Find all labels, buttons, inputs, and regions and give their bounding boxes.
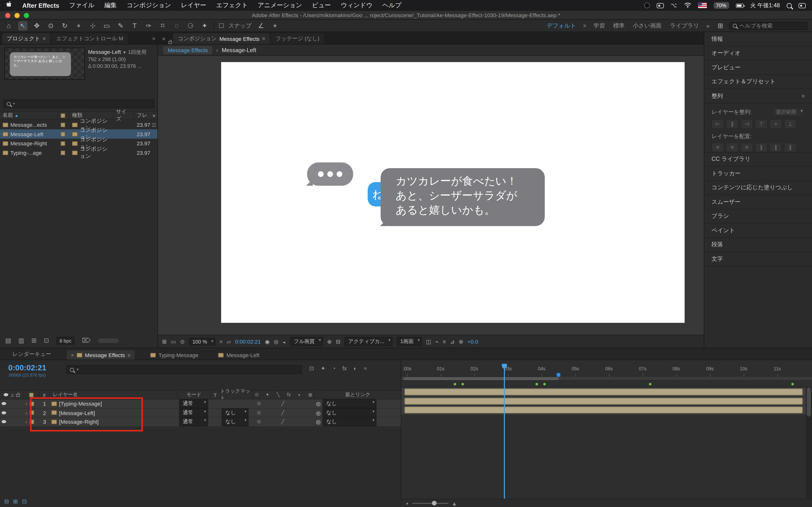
camera-view-dropdown[interactable]: アクティブカ... (345, 337, 393, 346)
layer-row-typing-message[interactable]: › 1 [Typing-Message] 通常 ⊙╱ ◎なし (0, 399, 401, 408)
brush-tool-icon[interactable]: ✑ (144, 21, 153, 31)
layer-duration-bar[interactable] (405, 398, 803, 404)
layer-duration-bar[interactable] (405, 406, 803, 413)
distribute-top-button[interactable]: ≡ (711, 143, 724, 152)
exposure-value[interactable]: +0.0 (467, 338, 478, 344)
column-framerate[interactable]: フレ (134, 112, 152, 119)
project-bit-depth-button[interactable]: 8 bpc (56, 337, 75, 344)
tab-footage[interactable]: フッテージ (なし) (271, 33, 324, 44)
menu-effect[interactable]: エフェクト (216, 1, 248, 10)
workspace-libraries[interactable]: ライブラリ (670, 22, 699, 30)
label-chip[interactable] (61, 151, 65, 155)
input-language-flag-icon[interactable] (698, 3, 707, 8)
panel-tracker[interactable]: トラッカー (704, 167, 812, 181)
panel-overflow-icon[interactable]: » (152, 35, 155, 42)
keyframe-marker[interactable] (536, 383, 538, 386)
twirl-icon[interactable]: › (26, 400, 27, 407)
panel-menu-icon[interactable]: ≡ (43, 36, 46, 42)
layer-row-message-right[interactable]: › 3 [Message-Right] 通常 なし ⊙╱ ◎なし (0, 417, 401, 427)
wifi-icon[interactable] (684, 2, 691, 9)
collapse-toggle[interactable]: ⊙ (255, 419, 263, 424)
composition-mini-flowchart-icon[interactable]: ⊡ (309, 365, 314, 372)
menu-help[interactable]: ヘルプ (382, 1, 401, 10)
twirl-icon[interactable]: › (26, 418, 27, 425)
shy-switch-icon[interactable]: ⊙ (253, 392, 260, 397)
layer-duration-bar[interactable] (405, 388, 803, 395)
pickwhip-icon[interactable]: ◎ (316, 418, 321, 425)
keyframe-marker[interactable] (461, 383, 464, 386)
distribute-right-button[interactable]: ∥ (784, 143, 796, 152)
panel-info[interactable]: 情報 (704, 32, 812, 46)
tab-timeline-message-effects[interactable]: × Message Effects ≡ (67, 350, 135, 360)
timeline-current-time[interactable]: 0:00:02:21 (8, 363, 46, 372)
expand-layer-switches-icon[interactable]: ⊟ (4, 498, 9, 505)
pen-tool-icon[interactable]: ✎ (116, 21, 125, 31)
collapse-toggle[interactable]: ⊙ (255, 401, 263, 406)
column-size[interactable]: サイズ (113, 112, 134, 119)
label-chip[interactable] (61, 122, 65, 127)
tab-composition[interactable]: コンポジション Message Effects ≡ (173, 33, 270, 44)
shape-tool-icon[interactable]: ▭ (102, 21, 111, 31)
align-v-center-button[interactable]: = (769, 119, 782, 129)
timeline-button-icon[interactable]: ≡ (443, 338, 446, 344)
motion-blur-icon[interactable]: ◐ (354, 365, 357, 372)
zoom-out-mountain-icon[interactable]: ▲ (406, 501, 409, 505)
apple-menu-icon[interactable] (6, 1, 12, 10)
effects-switch-icon[interactable]: fx (286, 392, 292, 397)
layer-label-chip[interactable] (29, 410, 34, 415)
create-proxy-icon[interactable]: ▥ (18, 337, 24, 344)
workspace-standard[interactable]: 標準 (613, 22, 624, 30)
control-center-icon[interactable] (799, 3, 806, 8)
target-icon[interactable]: ⊕ (327, 338, 332, 344)
label-chip[interactable] (61, 141, 65, 146)
type-tool-icon[interactable]: T (130, 21, 140, 31)
distribute-v-center-button[interactable]: ≡ (726, 143, 738, 152)
timeline-search-input[interactable]: ▾ (66, 365, 302, 374)
panel-content-aware-fill[interactable]: コンテンツに応じた塗りつぶし (704, 181, 812, 195)
zoom-tool-icon[interactable]: ⊙ (46, 21, 56, 31)
interpret-footage-icon[interactable]: ▤ (5, 337, 11, 344)
project-row[interactable]: Typing-...age コンポジション 23.97 (0, 148, 157, 157)
layer-track[interactable] (401, 397, 806, 406)
menu-bar-clock[interactable]: 火 午後1:48 (750, 1, 780, 9)
layer-visibility-toggle[interactable] (1, 420, 6, 424)
project-search-input[interactable]: ▾ (3, 99, 154, 108)
trash-icon[interactable]: ⌦ (82, 337, 91, 344)
keyframe-marker[interactable] (543, 383, 546, 386)
selection-tool-icon[interactable]: ↖ (18, 21, 28, 31)
tab-render-queue[interactable]: レンダーキュー (8, 349, 55, 359)
lock-icon[interactable] (168, 41, 172, 44)
composition-viewer[interactable]: ね カツカレーが食べたい！ あと、シーザーサラダが あると嬉しいかも。 (158, 56, 704, 335)
column-overflow-icon[interactable]: » (152, 113, 157, 118)
composition-canvas[interactable]: ね カツカレーが食べたい！ あと、シーザーサラダが あると嬉しいかも。 (221, 62, 684, 323)
project-row-selected[interactable]: Message-Left コンポジション 23.97 (0, 129, 157, 139)
bluetooth-icon[interactable]: ⌥ (671, 2, 677, 9)
resolution-dropdown[interactable]: フル画質 (290, 337, 323, 346)
collapse-switch-icon[interactable]: ✦ (264, 392, 271, 397)
tab-timeline-message-left[interactable]: Message-Left (214, 350, 263, 360)
draft-3d-icon[interactable]: ✦ (321, 365, 325, 372)
align-left-button[interactable]: ⊢ (711, 119, 724, 129)
align-right-button[interactable]: ⊣ (741, 119, 753, 129)
column-label[interactable] (58, 112, 69, 119)
collapse-toggle[interactable]: ⊙ (255, 410, 263, 415)
keyframe-marker[interactable] (791, 383, 794, 386)
parent-dropdown[interactable]: なし (323, 408, 376, 417)
close-window-button[interactable] (5, 13, 10, 18)
snap-target-icon[interactable]: ⌖ (270, 21, 280, 31)
workspace-overflow-icon[interactable]: » (706, 22, 710, 29)
channels-icon[interactable]: ◒ (283, 338, 286, 344)
column-name[interactable]: 名前 ▲ (0, 112, 58, 119)
panel-menu-icon[interactable]: ≡ (262, 36, 265, 42)
track-matte-dropdown[interactable]: なし (221, 417, 248, 427)
lock-column-icon[interactable] (16, 394, 20, 397)
rotation-tool-icon[interactable]: ↻ (60, 21, 69, 31)
blend-mode-dropdown[interactable]: 通常 (179, 417, 208, 427)
close-tab-icon[interactable]: × (71, 352, 74, 358)
quality-toggle[interactable]: ╱ (278, 419, 287, 424)
work-area-segment[interactable] (403, 377, 559, 380)
parent-dropdown[interactable]: なし (323, 417, 376, 427)
expand-in-out-icon[interactable]: ⊡ (22, 498, 27, 505)
project-row[interactable]: Message...ects コンポジション 23.97 ◫ (0, 120, 157, 129)
tab-timeline-typing-message[interactable]: Typing-Message (146, 350, 203, 360)
